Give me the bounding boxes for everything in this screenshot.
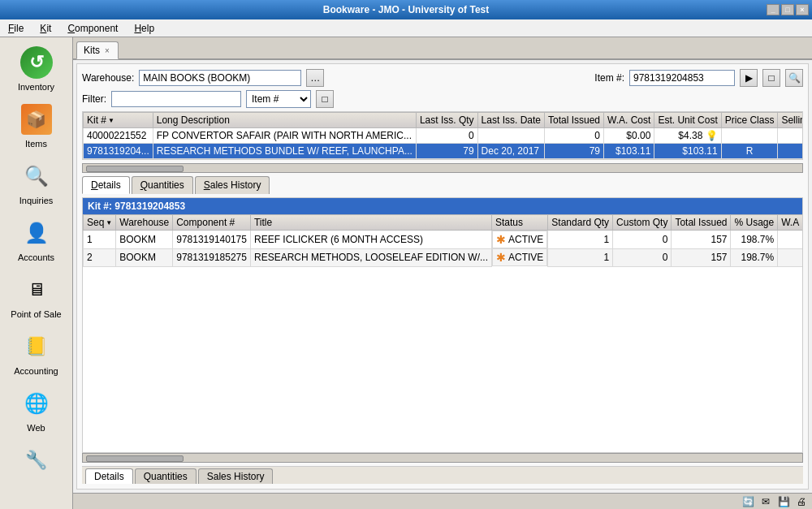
col-header-kit-num[interactable]: Kit #▼ <box>84 113 153 128</box>
kit-num-cell: 9781319204... <box>84 144 153 159</box>
sidebar-label-web: Web <box>27 423 45 433</box>
est-unit-cost-cell: $4.38 💡 <box>654 128 721 144</box>
col-header-last-iss-qty[interactable]: Last Iss. Qty <box>416 113 477 128</box>
tab-details[interactable]: Details <box>82 176 130 194</box>
menu-component[interactable]: Component <box>63 21 123 36</box>
sidebar-item-inquiries[interactable]: Inquiries <box>3 154 70 209</box>
sidebar-item-inventory[interactable]: Inventory <box>3 41 70 96</box>
sidebar-label-accounts: Accounts <box>18 252 54 262</box>
col-header-description[interactable]: Long Description <box>153 113 416 128</box>
col-header-standard-qty[interactable]: Standard Qty <box>548 215 613 231</box>
kits-table-section: Kit #▼ Long Description Last Iss. Qty La… <box>82 111 803 160</box>
window-controls[interactable]: _ □ × <box>767 4 809 15</box>
menu-help[interactable]: Help <box>129 21 159 36</box>
price-class-cell <box>721 128 778 144</box>
item-num-browse-button[interactable]: □ <box>762 69 780 87</box>
col-header-est-unit-cost[interactable]: Est. Unit Cost <box>654 113 721 128</box>
hscroll-thumb[interactable] <box>86 166 184 172</box>
col-header-component-num[interactable]: Component # <box>173 215 251 231</box>
col-header-title[interactable]: Title <box>250 215 491 231</box>
last-iss-qty-cell: 0 <box>416 128 477 144</box>
filter-toggle-button[interactable]: □ <box>316 90 334 108</box>
table-row[interactable]: 9781319204... RESEARCH METHODS BUNDLE W/… <box>84 144 804 159</box>
filter-input[interactable] <box>111 91 241 107</box>
kits-tab[interactable]: Kits × <box>76 41 119 59</box>
sidebar-label-inquiries: Inquiries <box>19 196 54 205</box>
menu-bar: File Kit Component Help <box>0 19 812 37</box>
col-header-comp-total-issued[interactable]: Total Issued <box>672 215 731 231</box>
tab-sales-history[interactable]: Sales History <box>195 176 270 194</box>
bottom-tab-details[interactable]: Details <box>85 468 133 484</box>
tab-bar: Kits × <box>73 37 812 60</box>
col-header-status[interactable]: Status <box>492 215 548 231</box>
title-bar: Bookware - JMO - University of Test _ □ … <box>0 0 812 19</box>
bottom-tab-sales-history[interactable]: Sales History <box>198 468 274 484</box>
web-icon <box>21 388 52 419</box>
main-layout: Inventory Items Inquiries Accounts Point… <box>0 37 812 509</box>
status-email-icon[interactable]: ✉ <box>758 494 773 509</box>
comp-total-issued-cell: 157 <box>672 231 731 249</box>
item-num-input[interactable] <box>629 70 735 86</box>
kits-tab-close[interactable]: × <box>103 46 111 55</box>
kits-hscrollbar[interactable] <box>82 163 803 173</box>
items-icon <box>21 104 52 135</box>
col-header-custom-qty[interactable]: Custom Qty <box>613 215 672 231</box>
col-header-warehouse[interactable]: Warehouse <box>116 215 173 231</box>
warehouse-browse-button[interactable]: … <box>306 69 324 87</box>
description-cell: FP CONVERTOR SAFAIR (PAIR WITH NORTH AME… <box>153 128 416 144</box>
item-num-action-button[interactable]: ▶ <box>740 69 758 87</box>
tab-quantities[interactable]: Quantities <box>132 176 193 194</box>
minimize-button[interactable]: _ <box>767 4 780 15</box>
filter-label: Filter: <box>82 93 106 105</box>
wa-cost-cell: $0.00 <box>604 128 654 144</box>
list-item[interactable]: 1 BOOKM 9781319140175 REEF ICLICKER (6 M… <box>84 231 803 249</box>
sidebar-item-items[interactable]: Items <box>3 97 70 153</box>
table-row[interactable]: 40000221552 FP CONVERTOR SAFAIR (PAIR WI… <box>84 128 804 144</box>
window-title: Bookware - JMO - University of Test <box>323 4 490 15</box>
col-header-price-class[interactable]: Price Class <box>721 113 778 128</box>
selling-cell <box>778 128 803 144</box>
status-refresh-icon[interactable]: 🔄 <box>741 494 755 509</box>
wa-cell <box>778 231 802 249</box>
sidebar-item-accounting[interactable]: Accounting <box>3 325 70 380</box>
kits-tab-label: Kits <box>84 45 100 56</box>
components-hscrollbar[interactable] <box>82 453 803 463</box>
col-header-seq[interactable]: Seq▼ <box>84 215 116 231</box>
sidebar-item-tools[interactable] <box>3 438 70 482</box>
list-item[interactable]: 2 BOOKM 9781319185275 RESEARCH METHODS, … <box>84 248 803 266</box>
component-num-cell: 9781319185275 <box>173 248 251 266</box>
filter-row: Filter: Item # □ <box>82 90 803 108</box>
sidebar-label-pos: Point of Sale <box>11 309 61 319</box>
col-header-total-issued[interactable]: Total Issued <box>544 113 603 128</box>
status-print-icon[interactable]: 🖨 <box>794 494 809 509</box>
col-header-selling[interactable]: Selling <box>778 113 803 128</box>
seq-cell: 2 <box>84 248 116 266</box>
last-iss-date-cell <box>477 128 544 144</box>
comp-hscroll-thumb[interactable] <box>86 455 184 462</box>
sidebar-item-pos[interactable]: Point of Sale <box>3 268 70 323</box>
item-type-select[interactable]: Item # <box>246 90 311 108</box>
warehouse-input[interactable] <box>139 70 301 86</box>
col-header-pct-usage[interactable]: % Usage <box>731 215 778 231</box>
accounting-icon <box>21 331 52 362</box>
bottom-tab-quantities[interactable]: Quantities <box>135 468 197 484</box>
col-header-wa-cost[interactable]: W.A. Cost <box>604 113 654 128</box>
col-header-last-iss-date[interactable]: Last Iss. Date <box>477 113 544 128</box>
inventory-icon <box>20 46 53 79</box>
total-issued-cell: 79 <box>544 144 603 159</box>
menu-file[interactable]: File <box>3 21 28 36</box>
menu-kit[interactable]: Kit <box>35 21 56 36</box>
kits-table: Kit #▼ Long Description Last Iss. Qty La… <box>83 112 803 159</box>
close-button[interactable]: × <box>796 4 809 15</box>
sidebar-item-web[interactable]: Web <box>3 382 70 437</box>
accounts-icon <box>21 218 52 248</box>
maximize-button[interactable]: □ <box>781 4 794 15</box>
sidebar-item-accounts[interactable]: Accounts <box>3 211 70 266</box>
details-section: Kit #: 9781319204853 Seq▼ Warehouse Comp… <box>82 197 803 453</box>
item-num-search-button[interactable]: 🔍 <box>785 69 803 87</box>
pos-icon <box>21 274 52 305</box>
last-iss-qty-cell: 79 <box>416 144 477 159</box>
status-save-icon[interactable]: 💾 <box>776 494 791 509</box>
col-header-wa[interactable]: W.A <box>778 215 802 231</box>
pct-usage-cell: 198.7% <box>731 231 778 249</box>
